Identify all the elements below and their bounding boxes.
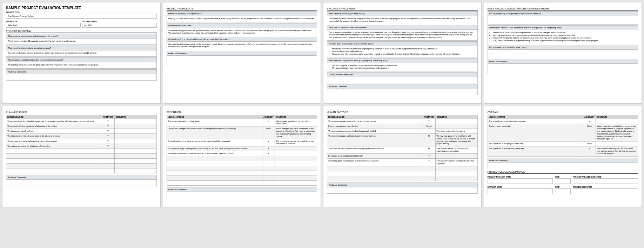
a-improve[interactable]: This is a new program that combines acad…	[327, 30, 478, 40]
moderator-field[interactable]: Sally Smith	[6, 23, 81, 28]
a-future[interactable]: Modify the informational materials for p…	[327, 46, 478, 57]
comments-cell	[275, 151, 317, 156]
sponsor-name-field[interactable]	[488, 188, 553, 194]
q-goals: What were the original goals and objecti…	[6, 34, 157, 39]
post-project-heading: POST-PROJECT TASKS / FUTURE CONSIDERATIO…	[488, 7, 638, 11]
page-8: OVERALL LESSON LEARNED ACHIEVED? COMMENT…	[484, 106, 642, 207]
execution-heading: EXECUTION	[167, 111, 317, 114]
overall-table: LESSON LEARNED ACHIEVED? COMMENTS The or…	[488, 115, 638, 157]
a-outstanding[interactable]	[488, 50, 638, 58]
list-item: Alex Doe will manage the meeting calenda…	[493, 34, 637, 37]
sponsor-date-field[interactable]	[555, 188, 571, 194]
comments-cell	[114, 124, 156, 129]
table-row-empty	[6, 158, 157, 163]
table-row: The project schedule contained all eleme…	[6, 124, 157, 129]
lesson-cell: The criteria were clear for all phases o…	[6, 144, 102, 149]
table-row: The stakeholders had adequate input in t…	[6, 134, 157, 139]
achieved-cell: Y	[423, 119, 435, 124]
table-row: The tasks were clearly defined.Y	[6, 129, 157, 134]
page-2: PROJECT HIGHLIGHTS What were the major a…	[163, 2, 321, 104]
lesson-cell: Student needs were met.	[488, 124, 583, 142]
additional-comments-field[interactable]	[167, 192, 317, 198]
q-accomplishments: What were the major accomplishments?	[167, 11, 317, 16]
table-row: The project team was organized and adequ…	[327, 129, 478, 134]
date-label: DATE	[555, 186, 571, 188]
table-row: The project manager and team received pr…	[327, 134, 478, 146]
achieved-cell: Y	[102, 139, 114, 144]
a-methods[interactable]: Online marketing generated the greatest …	[167, 28, 317, 36]
lesson-cell: The project plans and scheduling were we…	[6, 119, 102, 124]
project-title-field[interactable]: First Master's Program Cohort	[6, 14, 157, 19]
page-3: PROJECT CHALLENGES What elements of the …	[323, 2, 482, 104]
sponsor-name-label: SPONSOR NAME	[488, 186, 553, 188]
sponsor-sig-label: SPONSOR SIGNATURE	[573, 186, 638, 188]
achieved-cell: Y	[262, 151, 275, 156]
lesson-cell: Project baselines (i.e., time, scope, an…	[167, 139, 262, 146]
achieved-cell: Mixed	[262, 126, 275, 139]
lesson-cell: The requirements were gathered and clear…	[6, 139, 102, 144]
lesson-cell: The project team was organized and adequ…	[327, 129, 423, 134]
comments-cell: See sections above for comments on impro…	[435, 146, 477, 153]
a-actions[interactable]: John Doe will update the marketing mater…	[488, 30, 638, 44]
a-wrong[interactable]: Four of the students who left the progra…	[327, 16, 478, 24]
lesson-cell: The project manager and team received pr…	[327, 134, 423, 146]
additional-comments-field[interactable]	[327, 187, 478, 194]
lesson-cell: Unexpected changes that occurred were of…	[167, 126, 262, 139]
document-grid: SAMPLE PROJECT EVALUATION TEMPLATE PROJE…	[2, 2, 642, 207]
additional-comments-label: Additional Comments	[6, 69, 157, 74]
a-accomplishments[interactable]: Meeting our initial enrollment goal was …	[167, 16, 317, 22]
human-factors-heading: HUMAN FACTORS	[327, 111, 478, 114]
list-item: We didn't prepare in advance for possibl…	[332, 64, 476, 67]
project-challenges-heading: PROJECT CHALLENGES	[327, 7, 478, 11]
achieved-cell: N	[423, 134, 435, 146]
additional-comments-field[interactable]	[167, 56, 317, 66]
pm-name-field[interactable]	[488, 178, 553, 184]
page-1: SAMPLE PROJECT EVALUATION TEMPLATE PROJE…	[2, 2, 161, 104]
additional-comments-field[interactable]	[327, 89, 478, 95]
human-factors-table: LESSON LEARNED ACHIEVED? COMMENTS The pr…	[327, 115, 478, 181]
a-expectation[interactable]: We enrolled 20 students, but the graduat…	[6, 62, 157, 69]
achieved-cell: Y	[102, 129, 114, 134]
additional-comments-field[interactable]	[6, 180, 157, 186]
date-prepared-field[interactable]: May 13th	[82, 23, 157, 28]
a-problem-areas[interactable]: We didn't prepare in advance for possibl…	[327, 63, 478, 71]
page-6: EXECUTION LESSON LEARNED ACHIEVED? COMME…	[163, 106, 321, 207]
table-row-empty	[327, 176, 478, 181]
overall-heading: OVERALL	[488, 111, 638, 114]
lesson-cell: The project reached its original goals.	[167, 119, 262, 126]
a-continuing[interactable]	[488, 16, 638, 25]
table-row-empty	[167, 156, 317, 161]
q-actions: What actions still need to be completed,…	[488, 25, 638, 30]
achieved-cell: —	[423, 129, 435, 134]
a-technical[interactable]	[327, 77, 478, 83]
additional-comments-field[interactable]	[488, 163, 638, 169]
additional-comments-field[interactable]	[488, 64, 638, 74]
th-lesson: LESSON LEARNED	[6, 115, 102, 119]
table-row: The objectives of the university were me…	[488, 146, 638, 156]
comments-cell	[596, 119, 638, 124]
lesson-cell: There was efficient communication among …	[327, 146, 423, 153]
comments-cell: When surveyed, most students recommended…	[596, 124, 638, 142]
project-close-heading: PROJECT CLOSE ACCEPTANCE	[488, 171, 638, 174]
th-achieved: ACHIEVED?	[102, 115, 114, 119]
lesson-cell: Project management was effective.	[327, 124, 423, 129]
table-row: Project progress was tracked and reporte…	[167, 151, 317, 156]
lesson-cell: The tasks were clearly defined.	[6, 129, 102, 134]
pm-date-field[interactable]	[555, 178, 571, 184]
additional-comments-field[interactable]	[6, 74, 157, 81]
sponsor-sig-field[interactable]	[573, 188, 638, 194]
table-row-empty	[6, 153, 157, 158]
a-goals[interactable]: To recruit and maintain 20 graduate stud…	[6, 39, 157, 45]
a-useful[interactable]: We found the following strategies to be …	[167, 42, 317, 50]
a-criteria[interactable]: To enroll one hundred percent of our tar…	[6, 50, 157, 57]
table-row: Functional areas collaborated effectivel…	[327, 154, 478, 159]
additional-comments-label: Additional Comments	[488, 158, 638, 163]
achieved-cell: Mixed	[583, 141, 596, 146]
lesson-cell: Fundamental project-management processes…	[167, 146, 262, 151]
pm-sig-field[interactable]	[573, 178, 638, 184]
planning-table: LESSON LEARNED ACHIEVED? COMMENTS The pr…	[6, 115, 157, 173]
project-highlights-heading: PROJECT HIGHLIGHTS	[167, 7, 317, 11]
pm-sig-label: PROJECT MANAGER SIGNATURE	[573, 176, 638, 178]
th-lesson: LESSON LEARNED	[167, 115, 262, 119]
comments-cell	[275, 146, 317, 151]
